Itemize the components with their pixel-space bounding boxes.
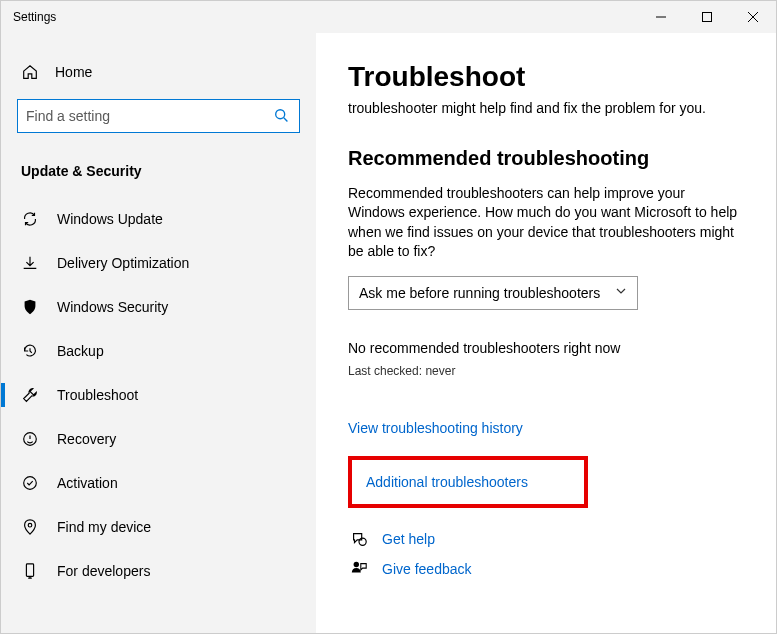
- svg-point-10: [359, 538, 366, 545]
- section-title: Recommended troubleshooting: [348, 147, 744, 170]
- shield-icon: [21, 298, 39, 316]
- svg-rect-9: [26, 564, 33, 577]
- sidebar-item-label: Backup: [57, 343, 104, 359]
- sidebar-item-activation[interactable]: Activation: [1, 461, 316, 505]
- last-checked-text: Last checked: never: [348, 364, 744, 378]
- sidebar-item-backup[interactable]: Backup: [1, 329, 316, 373]
- svg-point-4: [276, 110, 285, 119]
- highlight-annotation: Additional troubleshooters: [348, 456, 588, 508]
- link-give-feedback[interactable]: Give feedback: [382, 561, 472, 577]
- sidebar-item-label: For developers: [57, 563, 150, 579]
- sidebar-item-troubleshoot[interactable]: Troubleshoot: [1, 373, 316, 417]
- sidebar-item-label: Troubleshoot: [57, 387, 138, 403]
- sidebar-item-for-developers[interactable]: For developers: [1, 549, 316, 593]
- sidebar-item-label: Activation: [57, 475, 118, 491]
- sidebar-item-windows-update[interactable]: Windows Update: [1, 197, 316, 241]
- main-content: Troubleshoot troubleshooter might help f…: [316, 33, 776, 633]
- svg-rect-1: [703, 13, 712, 22]
- close-button[interactable]: [730, 1, 776, 33]
- svg-point-8: [28, 523, 32, 527]
- sidebar-item-delivery-optimization[interactable]: Delivery Optimization: [1, 241, 316, 285]
- select-value: Ask me before running troubleshooters: [359, 285, 600, 301]
- link-get-help[interactable]: Get help: [382, 531, 435, 547]
- search-icon: [273, 107, 291, 125]
- history-icon: [21, 342, 39, 360]
- svg-line-5: [284, 118, 288, 122]
- feedback-icon: [350, 560, 368, 578]
- sync-icon: [21, 210, 39, 228]
- section-body: Recommended troubleshooters can help imp…: [348, 184, 744, 262]
- check-circle-icon: [21, 474, 39, 492]
- developer-icon: [21, 562, 39, 580]
- troubleshoot-preference-select[interactable]: Ask me before running troubleshooters: [348, 276, 638, 310]
- minimize-button[interactable]: [638, 1, 684, 33]
- sidebar-item-find-my-device[interactable]: Find my device: [1, 505, 316, 549]
- location-icon: [21, 518, 39, 536]
- sidebar-item-label: Windows Security: [57, 299, 168, 315]
- sidebar-item-recovery[interactable]: Recovery: [1, 417, 316, 461]
- help-icon: [350, 530, 368, 548]
- svg-point-11: [354, 562, 359, 567]
- home-icon: [21, 63, 39, 81]
- home-button[interactable]: Home: [1, 53, 316, 91]
- sidebar-item-label: Windows Update: [57, 211, 163, 227]
- home-label: Home: [55, 64, 92, 80]
- intro-text: troubleshooter might help find and fix t…: [348, 99, 744, 119]
- download-icon: [21, 254, 39, 272]
- category-header: Update & Security: [1, 133, 316, 197]
- link-history[interactable]: View troubleshooting history: [348, 420, 744, 436]
- recovery-icon: [21, 430, 39, 448]
- link-additional-troubleshooters[interactable]: Additional troubleshooters: [366, 474, 570, 490]
- svg-point-7: [24, 477, 37, 490]
- status-text: No recommended troubleshooters right now: [348, 340, 744, 356]
- chevron-down-icon: [615, 285, 627, 300]
- sidebar-item-label: Find my device: [57, 519, 151, 535]
- sidebar-item-label: Recovery: [57, 431, 116, 447]
- search-input[interactable]: [26, 108, 273, 124]
- wrench-icon: [21, 386, 39, 404]
- sidebar-item-windows-security[interactable]: Windows Security: [1, 285, 316, 329]
- maximize-button[interactable]: [684, 1, 730, 33]
- search-box[interactable]: [17, 99, 300, 133]
- page-title: Troubleshoot: [348, 61, 744, 93]
- window-title: Settings: [13, 10, 56, 24]
- sidebar: Home Update & Security Windows Update De…: [1, 33, 316, 633]
- sidebar-item-label: Delivery Optimization: [57, 255, 189, 271]
- titlebar: Settings: [1, 1, 776, 33]
